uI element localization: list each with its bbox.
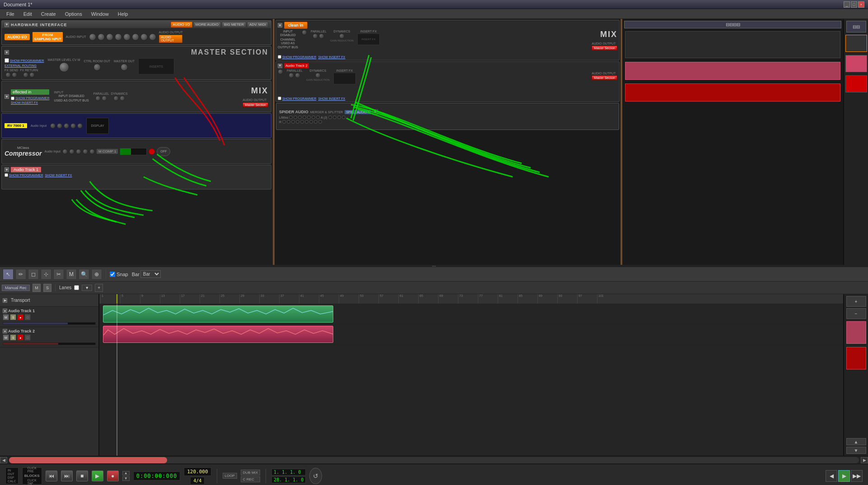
par-knob-1[interactable] xyxy=(95,96,101,101)
time-sig-display[interactable]: 4/4 xyxy=(190,477,205,485)
dyn-knob-2[interactable] xyxy=(120,96,125,101)
spider-label-btn[interactable]: SPID... AUDIO 1 xyxy=(345,110,371,114)
mclass-rec-btn[interactable] xyxy=(149,148,155,155)
spider-r-port-2[interactable] xyxy=(287,120,290,124)
audio2-par-k2[interactable] xyxy=(295,73,300,78)
audio-io-btn[interactable]: AUDIO I/O xyxy=(171,22,192,28)
audio-track1-show-insert[interactable]: SHOW INSERT FX xyxy=(45,174,72,177)
zoom-tool-btn[interactable]: 🔍 xyxy=(79,269,89,280)
audio2-mono-knob[interactable] xyxy=(278,69,283,74)
window-controls[interactable]: _ □ × xyxy=(844,1,864,8)
track1-collapse-btn[interactable]: ▼ xyxy=(3,309,7,313)
knob-7[interactable] xyxy=(140,33,148,41)
clean-par-k1[interactable] xyxy=(313,33,318,39)
right-thumb-1[interactable] xyxy=(845,35,867,52)
rewind-btn[interactable]: ⏮ xyxy=(46,471,57,481)
rv7000-knob-4[interactable] xyxy=(70,123,76,129)
track1-extra-btn[interactable]: □ xyxy=(24,314,31,320)
track2-solo-btn[interactable]: S xyxy=(10,334,16,341)
right-thumb-2[interactable] xyxy=(845,55,867,72)
spider-port-3[interactable] xyxy=(298,115,302,119)
spider-port-6[interactable] xyxy=(312,115,315,119)
hw-collapse-btn[interactable]: ▼ xyxy=(5,23,9,27)
lanes-add-btn[interactable]: + xyxy=(95,284,103,292)
audio2-master-btn[interactable]: Master Section xyxy=(592,75,617,80)
track1-mute-btn[interactable]: M xyxy=(3,314,9,320)
spider-r-split-port-1[interactable] xyxy=(309,120,313,124)
audio-track1-show-prog[interactable]: SHOW PROGRAMMER xyxy=(9,174,43,177)
clean-in-collapse[interactable]: ▼ xyxy=(278,23,282,28)
mclass-knob-4[interactable] xyxy=(83,149,88,154)
seq-zoom-in-btn[interactable]: + xyxy=(846,296,866,307)
knob-1[interactable] xyxy=(89,33,96,41)
big-meter-btn[interactable]: BIG METER xyxy=(222,22,246,28)
audio2-show-insert[interactable]: SHOW INSERT FX xyxy=(318,97,345,100)
clean-show-insert[interactable]: SHOW INSERT FX xyxy=(318,55,345,59)
effected-show-insert[interactable]: SHOW INSERT FX xyxy=(11,101,38,104)
show-programmer-check[interactable] xyxy=(5,58,9,63)
fx-return-knob-1[interactable] xyxy=(23,72,28,78)
spider-split-port-2[interactable] xyxy=(333,115,336,119)
knob-2[interactable] xyxy=(98,33,105,41)
rv7000-knob-2[interactable] xyxy=(57,123,62,129)
knob-3[interactable] xyxy=(106,33,113,41)
menu-window[interactable]: Window xyxy=(87,10,113,18)
master-out-knob[interactable] xyxy=(121,64,128,71)
bar-select[interactable]: Bar Beat 16th xyxy=(140,270,161,278)
track2-collapse-btn[interactable]: ▼ xyxy=(3,329,7,333)
master-section-btn-effected[interactable]: Master Section xyxy=(243,102,268,107)
spider-r-split-port-2[interactable] xyxy=(314,120,317,124)
spider-port-2[interactable] xyxy=(294,115,297,119)
nav-right-btn[interactable]: ▶ xyxy=(838,470,850,482)
audio-track1-show-prog-check[interactable] xyxy=(5,173,8,177)
close-btn[interactable]: × xyxy=(858,1,864,8)
scroll-right-btn[interactable]: ▶ xyxy=(861,457,868,463)
audio2-dyn-k1[interactable] xyxy=(315,73,321,78)
manual-rec-btn[interactable]: Manual Rec xyxy=(2,285,30,291)
nav-scroll-right-btn[interactable]: ▶▶ xyxy=(851,470,863,482)
menu-edit[interactable]: Edit xyxy=(19,10,37,18)
track2-rec-btn[interactable]: ● xyxy=(17,334,23,341)
knob-4[interactable] xyxy=(115,33,122,41)
clean-in-btn[interactable]: clean in xyxy=(284,22,308,29)
play-btn[interactable]: ▶ xyxy=(92,471,103,481)
mixer-view-btn[interactable]: ⊟⊟⊟⊟ xyxy=(624,21,841,28)
spider-split-port-1[interactable] xyxy=(328,115,332,119)
stop-btn[interactable]: ■ xyxy=(76,471,88,481)
fx-send-knob-1[interactable] xyxy=(5,72,11,78)
audio2-show-prog-check[interactable] xyxy=(278,97,281,100)
adv-midi-btn[interactable]: ADV. MIDI xyxy=(247,22,268,28)
effected-show-prog-check[interactable] xyxy=(11,97,14,100)
master-collapse-btn[interactable]: ▼ xyxy=(5,50,9,55)
spider-r-split-port-3[interactable] xyxy=(318,120,322,124)
mclass-knob-2[interactable] xyxy=(69,149,75,154)
seq-scroll-up-btn[interactable]: ▲ xyxy=(846,438,866,445)
knob-5[interactable] xyxy=(123,33,131,41)
audio2-name-btn[interactable]: Audio Track 2 xyxy=(284,63,309,68)
record-btn[interactable]: ● xyxy=(107,471,119,481)
maximize-btn[interactable]: □ xyxy=(851,1,857,8)
spider-r-port-1[interactable] xyxy=(282,120,286,124)
nav-left-btn[interactable]: ◀ xyxy=(826,470,837,482)
spider-port-1[interactable] xyxy=(289,115,293,119)
clean-par-k2[interactable] xyxy=(319,33,324,39)
step-down-btn[interactable]: ▼ xyxy=(122,476,130,481)
c-rec-btn[interactable]: C REC xyxy=(241,476,260,482)
mclass-knob-3[interactable] xyxy=(76,149,81,154)
track2-mute-btn[interactable]: M xyxy=(3,334,9,341)
menu-file[interactable]: File xyxy=(2,10,19,18)
mute-tool-btn[interactable]: M xyxy=(66,269,77,280)
seq-scroll-down-btn[interactable]: ▼ xyxy=(846,447,866,454)
dyn-knob-1[interactable] xyxy=(113,96,119,101)
lasso-tool-btn[interactable]: ⊹ xyxy=(41,269,51,280)
audio-io-block[interactable]: AUDIO I/O xyxy=(5,34,30,40)
spider-port-5[interactable] xyxy=(307,115,311,119)
snap-checkbox[interactable] xyxy=(110,272,115,277)
fx-return-knob-2[interactable] xyxy=(29,72,35,78)
tool-8-btn[interactable]: ⊕ xyxy=(91,269,102,280)
spider-split-port-3[interactable] xyxy=(337,115,341,119)
step-up-btn[interactable]: ▲ xyxy=(122,471,130,476)
audio-track1-collapse[interactable]: ▼ xyxy=(5,167,9,172)
pencil-tool-btn[interactable]: ✏ xyxy=(15,269,26,280)
track2-clip[interactable] xyxy=(103,326,333,343)
